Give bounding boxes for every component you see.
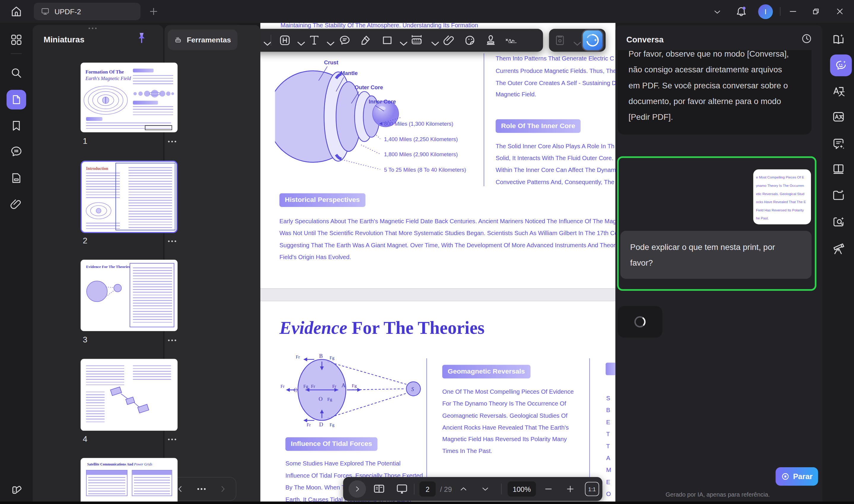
doc-text-line: Field's Origin Has Evolved. [279,254,351,260]
reading-mode-button[interactable] [832,162,846,176]
tab-updf2[interactable]: UPDF-2 [34,3,141,20]
doc-text-line: Early Speculations About The Earth's Mag… [279,218,629,224]
zoom-out-button[interactable] [544,484,553,494]
doc-text-line: Within The Inner Core Can Affect The Dyn… [496,167,616,173]
expand-button[interactable] [349,480,366,498]
doc-heading-historical-perspectives: Historical Perspectives [279,193,365,206]
attachments-button[interactable] [10,198,23,211]
shape-tool-chevron[interactable] [397,37,410,50]
thumbnail-4[interactable] [81,359,178,431]
thumbnail-3[interactable]: Evidence For The Theories [81,260,178,331]
thumb-textlines [133,75,173,85]
comments-button[interactable] [10,145,23,158]
doc-text-fragment: T [606,443,610,449]
user-message-line: favor? [630,255,802,271]
thumbnail-menu-icon[interactable] [167,338,178,343]
close-button[interactable] [835,6,845,16]
sticker-tool-button[interactable] [463,34,477,47]
heading-tool-button[interactable] [279,34,291,47]
minimize-button[interactable] [788,6,798,16]
comment-tool-button[interactable] [338,34,351,47]
explore-button[interactable] [832,242,846,255]
force-label: Fr [281,384,285,389]
snapshot-tool-chevron[interactable] [571,37,584,50]
translate-button[interactable] [832,85,846,99]
zoom-level[interactable]: 100% [508,482,536,497]
force-label: D [319,421,323,428]
thumbnail-1[interactable]: Formation Of The Earth's Magnetic Field [81,62,178,132]
reading-view-button[interactable] [372,482,386,496]
doc-text-line: Magnetic Field Has Reversed Its Polarity… [442,435,567,442]
zoom-in-button[interactable] [566,484,575,494]
form-document-icon [10,172,23,185]
fields-button[interactable] [10,172,23,185]
apps-grid-button[interactable] [10,33,23,46]
thumb-table [132,470,172,496]
attach-tool-button[interactable] [443,34,456,47]
pin-button[interactable] [135,32,148,45]
search-button[interactable] [10,67,23,79]
snapshot-tool-button[interactable] [553,34,566,47]
stop-label: Parar [793,472,813,481]
thumbnail-menu-icon[interactable] [167,437,178,442]
drag-handle-icon[interactable] [86,26,99,31]
page-number-input[interactable]: 2 [419,482,435,497]
thumbnail-menu-icon[interactable] [167,239,178,244]
ai-assistant-button[interactable] [583,31,602,50]
force-label: C [293,387,297,393]
heading-tool-chevron[interactable] [295,37,308,50]
next-page-button[interactable] [480,484,490,494]
more-pages-icon[interactable] [196,487,207,491]
ai-disclaimer: Gerado por IA, apenas para referência. [665,491,770,498]
ai-writing-button[interactable] [832,137,846,150]
user-avatar[interactable]: I [758,4,773,19]
thumb-textlines [86,365,124,386]
stop-button[interactable]: Parar [776,467,818,486]
select-tool-chevron[interactable] [261,37,274,50]
notifications-button[interactable] [735,5,747,17]
text-tool-chevron[interactable] [324,37,337,50]
workspace-chevron-button[interactable] [712,7,722,17]
force-label: Fr [296,354,300,359]
screenshot-attachment[interactable]: e Most Compelling Pieces Of E ynamo Theo… [753,169,811,224]
highlighted-message-group[interactable]: e Most Compelling Pieces Of E ynamo Theo… [617,156,816,291]
actual-size-button[interactable]: 1:1 [585,482,599,496]
sidebar-item-thumbnails[interactable] [6,90,26,109]
highlight-tool-button[interactable] [359,34,372,47]
thumb-force-diagram [84,273,125,308]
doc-text-line: Some Studies Have Explored The Potential [285,460,400,467]
ai-summary-button[interactable] [832,33,846,46]
tools-button[interactable]: Ferramentas [168,29,237,50]
thumbnail-2-selected[interactable]: Introduction [81,161,178,233]
rail-divider [11,53,22,54]
measure-tool-button[interactable] [410,34,423,47]
stamp-tool-button[interactable] [484,34,497,47]
signature-tool-button[interactable] [505,34,518,47]
bookmarks-button[interactable] [10,119,23,132]
home-button[interactable] [10,5,23,18]
force-label: Fr [332,384,337,389]
thumbnail-5[interactable]: Satellite Communications And Power Grids [81,458,178,502]
viewport-indicator[interactable] [115,163,175,230]
doc-heading-role-of-inner-core: Role Of The Inner Core [496,119,581,132]
measure-tool-chevron[interactable] [429,37,442,50]
previous-page-button[interactable] [459,484,468,494]
swatches-button[interactable] [10,482,23,496]
layer-label: Outer Core [355,84,383,90]
text-tool-button[interactable] [308,34,321,47]
new-tab-button[interactable] [148,6,159,17]
ai-chat-tab-active[interactable] [830,55,852,76]
chevron-right-icon [353,485,361,493]
history-button[interactable] [801,33,813,44]
thumb-title: Satellite Communications And Power Grids [87,462,153,466]
restore-button[interactable] [811,6,821,16]
translate-page-button[interactable] [832,110,846,124]
folder-sparkle-icon [832,188,846,202]
ai-search-button[interactable] [832,215,846,229]
presentation-button[interactable] [395,482,408,496]
ai-files-button[interactable] [832,188,846,202]
thumbnail-menu-icon[interactable] [167,139,178,144]
forward-icon[interactable] [218,485,227,493]
shape-tool-button[interactable] [381,34,394,47]
search-icon [10,67,23,79]
